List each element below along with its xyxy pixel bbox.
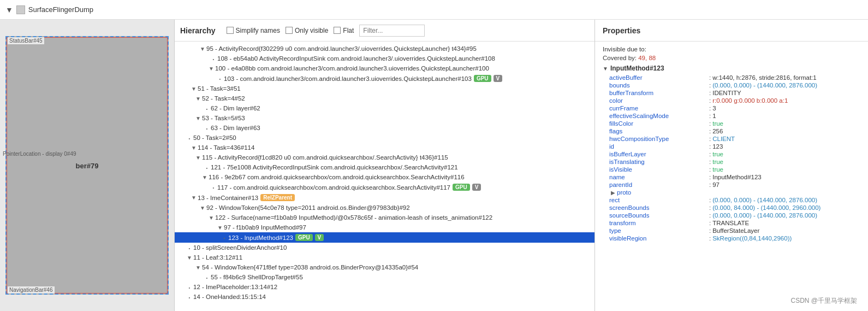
expand-arrow[interactable]: [210, 56, 217, 62]
expand-arrow[interactable]: [190, 86, 198, 92]
expand-arrow[interactable]: [203, 105, 211, 112]
properties-panel: Properties Invisible due to: Covered by:…: [595, 20, 868, 311]
prop-key: isTranslating: [609, 159, 708, 165]
tree-node[interactable]: 53 - Task=5#53: [175, 113, 594, 123]
badge: V: [315, 234, 324, 241]
flat-checkbox[interactable]: [334, 27, 341, 34]
prop-row: hwcCompositionType : CLIENT: [603, 135, 860, 143]
simplify-names-item: Simplify names: [227, 27, 280, 34]
expand-arrow[interactable]: [194, 115, 202, 121]
expand-arrow[interactable]: [201, 174, 209, 180]
prop-sep: :: [709, 113, 711, 119]
tree-node[interactable]: 10 - splitScreenDividerAnchor#10: [175, 243, 594, 253]
tree-node[interactable]: 14 - OneHanded:15:15:14: [175, 292, 594, 302]
prop-key: parentId: [609, 181, 708, 188]
prop-row: visibleRegion : SkRegion((0,84,1440,2960…: [603, 234, 860, 242]
prop-value: (0.000, 84.000) - (1440.000, 2960.000): [712, 204, 821, 211]
prop-sep: :: [709, 227, 711, 234]
tree-node[interactable]: 62 - Dim layer#62: [175, 103, 594, 113]
tree-node[interactable]: 12 - ImePlaceholder:13:14#12: [175, 282, 594, 292]
node-text: 117 - com.android.quicksearchbox/com.and…: [217, 184, 450, 191]
hierarchy-content[interactable]: 95 - ActivityRecord{f302299 u0 com.andro…: [175, 42, 594, 311]
tree-node[interactable]: 108 - eb54ab0 ActivityRecordInputSink co…: [175, 54, 594, 63]
tree-node[interactable]: 11 - Leaf:3:12#11: [175, 253, 594, 262]
prop-row[interactable]: proto: [603, 189, 860, 196]
prop-row: id : 123: [603, 143, 860, 150]
prop-row: isBufferLayer : true: [603, 150, 860, 158]
prop-value: true: [712, 166, 723, 173]
prop-row: bufferTransform : IDENTITY: [603, 89, 860, 97]
tree-node[interactable]: 52 - Task=4#52: [175, 93, 594, 103]
covered-label: Covered by: 49, 88: [603, 55, 860, 61]
prop-sep: :: [709, 90, 711, 96]
expand-arrow[interactable]: [194, 96, 202, 102]
prop-value: 123: [712, 143, 723, 150]
expand-arrow[interactable]: [186, 255, 193, 261]
badge: GPU: [295, 234, 313, 241]
expand-arrow[interactable]: [207, 215, 215, 221]
tree-node[interactable]: 103 - com.android.launcher3/com.android.…: [175, 73, 594, 84]
expand-arrow[interactable]: [190, 195, 198, 201]
app-container: ▼ SurfaceFlingerDump StatusBar#45 Naviga…: [0, 0, 868, 311]
tree-node[interactable]: 123 - InputMethod#123GPUV: [175, 232, 594, 243]
node-text: 115 - ActivityRecord{f1cd820 u0 com.andr…: [202, 154, 448, 161]
prop-key: name: [609, 174, 708, 180]
expand-arrow[interactable]: [190, 145, 198, 151]
chevron-icon[interactable]: ▼: [5, 5, 13, 14]
prop-row: flags : 256: [603, 127, 860, 135]
expand-arrow[interactable]: [203, 125, 211, 131]
prop-sep: :: [709, 151, 711, 157]
tree-node[interactable]: 13 - ImeContainer#13RelZParent: [175, 192, 594, 203]
tree-node[interactable]: 54 - WindowToken{471f8ef type=2038 andro…: [175, 262, 594, 272]
tree-node[interactable]: 117 - com.android.quicksearchbox/com.and…: [175, 182, 594, 192]
expand-arrow[interactable]: [216, 75, 224, 81]
tree-node[interactable]: 55 - f84b6c9 ShellDropTarget#55: [175, 272, 594, 282]
expand-arrow[interactable]: [186, 294, 193, 300]
properties-content[interactable]: Invisible due to: Covered by: 49, 88▼ In…: [595, 42, 868, 311]
node-text: 12 - ImePlaceholder:13:14#12: [193, 284, 277, 290]
expand-arrow[interactable]: [203, 274, 211, 280]
tree-node[interactable]: 114 - Task=436#114: [175, 143, 594, 152]
tree-node[interactable]: 95 - ActivityRecord{f302299 u0 com.andro…: [175, 44, 594, 54]
expand-arrow[interactable]: [194, 155, 202, 161]
node-text: 97 - f1b0ab9 InputMethod#97: [224, 224, 306, 231]
tree-node[interactable]: 63 - Dim layer#63: [175, 123, 594, 133]
tree-node[interactable]: 100 - e4a08bb com.android.launcher3/com.…: [175, 63, 594, 73]
filter-input[interactable]: [359, 25, 425, 37]
prop-row: isTranslating : true: [603, 158, 860, 166]
prop-sep: :: [709, 159, 711, 165]
prop-node-title[interactable]: ▼ InputMethod#123: [603, 64, 860, 72]
expand-arrow[interactable]: [199, 46, 206, 52]
tree-node[interactable]: 50 - Task=2#50: [175, 133, 594, 143]
expand-arrow[interactable]: [203, 165, 211, 171]
node-text: 13 - ImeContainer#13: [198, 195, 258, 201]
prop-row: activeBuffer : w:1440, h:2876, stride:28…: [603, 74, 860, 81]
prop-sep: :: [709, 220, 711, 226]
expand-arrow[interactable]: [199, 205, 206, 211]
expand-arrow[interactable]: [221, 234, 228, 240]
expand-arrow[interactable]: [216, 225, 224, 231]
only-visible-checkbox[interactable]: [286, 27, 293, 34]
badge: V: [494, 75, 503, 82]
expand-arrow[interactable]: [186, 284, 193, 290]
expand-arrow[interactable]: [194, 265, 202, 271]
expand-arrow[interactable]: [186, 245, 193, 251]
tree-node[interactable]: 121 - 75e1008 ActivityRecordInputSink co…: [175, 162, 594, 172]
prop-sep: :: [709, 197, 711, 203]
prop-expand[interactable]: [609, 190, 617, 196]
tree-node[interactable]: 116 - 9e2b67 com.android.quicksearchbox/…: [175, 172, 594, 182]
expand-arrow[interactable]: [207, 66, 215, 72]
tree-node[interactable]: 97 - f1b0ab9 InputMethod#97: [175, 222, 594, 232]
prop-sep: :: [709, 97, 711, 104]
pointer-label: PointerLocation - display 0#49: [3, 151, 76, 157]
expand-arrow[interactable]: [210, 184, 217, 190]
tree-node[interactable]: 51 - Task=3#51: [175, 84, 594, 93]
prop-key: bounds: [609, 82, 708, 89]
node-text: 122 - Surface(name=f1b0ab9 InputMethod)/…: [215, 214, 492, 221]
tree-node[interactable]: 122 - Surface(name=f1b0ab9 InputMethod)/…: [175, 213, 594, 222]
expand-arrow[interactable]: [186, 135, 193, 141]
node-text: 63 - Dim layer#63: [211, 125, 260, 131]
tree-node[interactable]: 115 - ActivityRecord{f1cd820 u0 com.andr…: [175, 152, 594, 162]
tree-node[interactable]: 92 - WindowToken{54c0e78 type=2011 andro…: [175, 203, 594, 213]
simplify-names-checkbox[interactable]: [227, 27, 234, 34]
